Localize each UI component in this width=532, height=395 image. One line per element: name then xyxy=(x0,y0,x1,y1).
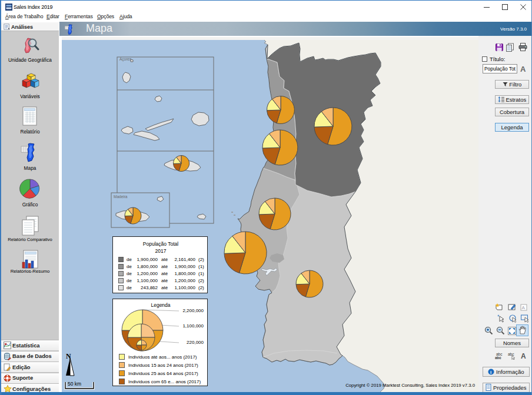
svg-text:50 km: 50 km xyxy=(68,381,81,387)
svg-text:abc: abc xyxy=(508,352,514,356)
svg-text:A: A xyxy=(522,305,526,310)
svg-text:abc: abc xyxy=(495,356,501,360)
svg-text:Madeira: Madeira xyxy=(114,195,128,199)
svg-text:i: i xyxy=(490,370,491,375)
svg-text:Açores: Açores xyxy=(119,57,132,62)
